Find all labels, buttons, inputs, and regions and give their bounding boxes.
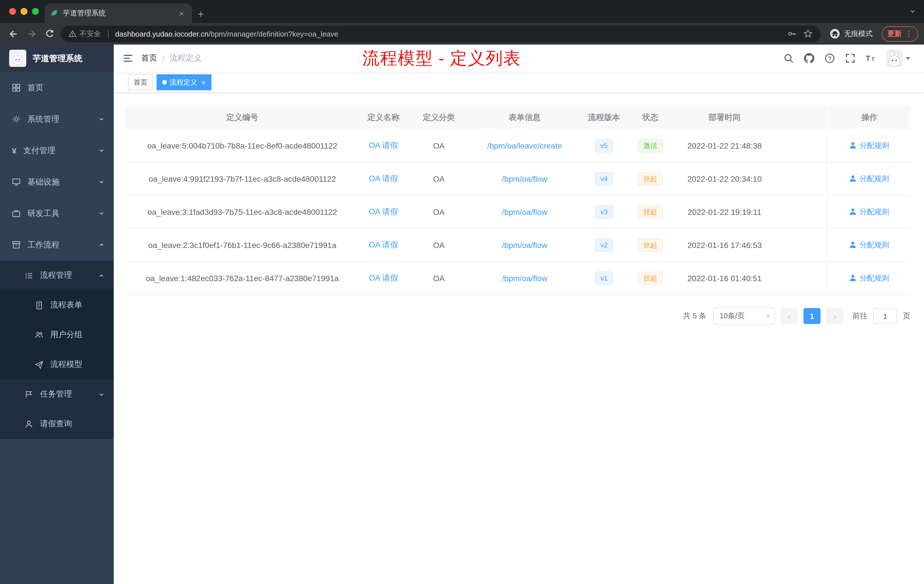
tab-search-chevron-icon[interactable] <box>909 8 916 15</box>
assign-rule-link[interactable]: 分配规则 <box>827 129 911 162</box>
assign-rule-label: 分配规则 <box>860 173 889 184</box>
logo-avatar <box>9 50 26 67</box>
deploy-time: 2022-01-16 01:40:51 <box>672 274 778 282</box>
status-tag: 挂起 <box>638 205 663 219</box>
avatar[interactable] <box>886 50 903 67</box>
tag-close-icon[interactable]: × <box>201 79 205 86</box>
chevron-up-icon <box>98 272 105 279</box>
form-link[interactable]: /bpm/oa/flow <box>470 174 579 183</box>
user-icon <box>849 241 856 249</box>
sidebar-item-home[interactable]: 首页 <box>0 72 114 104</box>
deploy-time: 2022-01-22 21:48:38 <box>672 141 778 150</box>
definition-id: oa_leave:5:004b710b-7b8a-11ec-8ef0-acde4… <box>125 141 360 150</box>
paper-plane-icon <box>35 360 43 369</box>
definition-id: oa_leave:2:3c1f0ef1-76b1-11ec-9c66-a2380… <box>125 240 360 249</box>
definition-category: OA <box>408 141 470 150</box>
goto-page-input[interactable] <box>873 308 897 324</box>
next-page-button[interactable]: › <box>826 308 843 324</box>
column-header: 表单信息 <box>470 112 579 122</box>
status-tag: 挂起 <box>638 238 663 252</box>
assign-rule-label: 分配规则 <box>860 240 889 250</box>
form-link[interactable]: /bpm/oa/flow <box>470 240 579 249</box>
column-header: 定义分类 <box>408 112 470 122</box>
status-tag: 挂起 <box>638 172 663 185</box>
sidebar-item-workflow[interactable]: 工作流程 <box>0 229 114 261</box>
browser-toolbar: 不安全 dashboard.yudao.iocoder.cn/bpm/manag… <box>0 23 924 45</box>
reload-button[interactable] <box>42 26 57 41</box>
sidebar-item-dev-tools[interactable]: 研发工具 <box>0 198 114 229</box>
sidebar-item-user-group[interactable]: 用户分组 <box>0 320 114 350</box>
form-link[interactable]: /bpm/oa/leave/create <box>470 141 579 150</box>
gear-icon <box>12 115 21 124</box>
close-window-button[interactable] <box>9 8 16 15</box>
forward-button[interactable] <box>24 26 39 41</box>
sidebar-item-process-model[interactable]: 流程模型 <box>0 350 114 379</box>
sidebar-item-payment[interactable]: ¥ 支付管理 <box>0 135 114 166</box>
user-icon <box>849 142 856 149</box>
tag-process-definition[interactable]: 流程定义 × <box>157 74 211 90</box>
sidebar-item-infrastructure[interactable]: 基础设施 <box>0 166 114 198</box>
bookmark-star-icon[interactable] <box>804 29 813 38</box>
browser-menu-icon[interactable]: ⋮ <box>905 30 912 38</box>
prev-page-button[interactable]: ‹ <box>780 308 798 324</box>
favicon <box>50 9 58 17</box>
sidebar-item-label: 请假查询 <box>40 419 72 429</box>
definition-category: OA <box>408 207 470 216</box>
sidebar-item-leave-query[interactable]: 请假查询 <box>0 409 114 439</box>
page-size-select[interactable]: 10条/页 ▾ <box>713 307 775 325</box>
avatar-caret-icon <box>906 57 910 60</box>
zoom-window-button[interactable] <box>32 8 39 15</box>
form-link[interactable]: /bpm/oa/flow <box>470 274 579 282</box>
form-link[interactable]: /bpm/oa/flow <box>470 207 579 216</box>
back-button[interactable] <box>6 26 21 41</box>
briefcase-icon <box>12 209 21 218</box>
definition-id: oa_leave:1:482ec033-762a-11ec-8477-a2380… <box>125 274 360 282</box>
version-tag: v2 <box>594 238 613 252</box>
security-warning[interactable]: 不安全 <box>69 29 101 39</box>
font-size-icon[interactable]: TT <box>865 53 876 64</box>
chrome-update-button[interactable]: 更新 ⋮ <box>882 26 918 41</box>
user-icon <box>849 208 856 215</box>
sidebar-item-label: 首页 <box>27 82 43 93</box>
definition-name-link[interactable]: OA 请假 <box>360 140 408 150</box>
definition-name-link[interactable]: OA 请假 <box>360 173 408 184</box>
address-bar[interactable]: 不安全 dashboard.yudao.iocoder.cn/bpm/manag… <box>61 25 820 42</box>
browser-tab[interactable]: 芋道管理系统 × <box>45 3 192 23</box>
new-tab-button[interactable]: + <box>198 9 204 20</box>
sidebar-item-system[interactable]: 系统管理 <box>0 104 114 135</box>
sidebar-item-task-management[interactable]: 任务管理 <box>0 379 114 409</box>
url-text: dashboard.yudao.iocoder.cn/bpm/manager/d… <box>115 30 783 38</box>
breadcrumb: 首页 / 流程定义 <box>141 53 202 63</box>
column-header: 定义编号 <box>125 112 360 122</box>
definition-name-link[interactable]: OA 请假 <box>360 206 408 217</box>
sidebar-item-process-management[interactable]: 流程管理 <box>0 261 114 290</box>
breadcrumb-home[interactable]: 首页 <box>141 53 157 63</box>
page-number-1[interactable]: 1 <box>804 308 820 324</box>
incognito-label: 无痕模式 <box>844 29 873 39</box>
breadcrumb-current: 流程定义 <box>170 53 202 63</box>
assign-rule-link[interactable]: 分配规则 <box>827 162 911 195</box>
select-caret-icon: ▾ <box>767 312 770 320</box>
fullscreen-icon[interactable] <box>845 53 856 64</box>
assign-rule-link[interactable]: 分配规则 <box>827 262 911 294</box>
hamburger-icon[interactable] <box>114 45 141 72</box>
sidebar-item-label: 任务管理 <box>40 389 72 399</box>
assign-rule-link[interactable]: 分配规则 <box>827 229 911 261</box>
definition-name-link[interactable]: OA 请假 <box>360 240 408 250</box>
search-icon[interactable] <box>783 53 794 64</box>
incognito-badge: 无痕模式 <box>830 28 873 39</box>
password-key-icon[interactable] <box>787 29 797 38</box>
tag-home[interactable]: 首页 <box>128 74 153 90</box>
svg-text:?: ? <box>828 55 832 61</box>
user-avatar-menu[interactable] <box>886 50 910 67</box>
assign-rule-link[interactable]: 分配规则 <box>827 195 911 228</box>
github-icon[interactable] <box>804 53 815 64</box>
help-icon[interactable]: ? <box>824 53 835 64</box>
sidebar-logo[interactable]: 芋道管理系统 <box>0 45 114 72</box>
minimize-window-button[interactable] <box>21 8 27 15</box>
sidebar-item-label: 用户分组 <box>50 330 82 340</box>
tab-close-icon[interactable]: × <box>177 8 186 18</box>
yen-icon: ¥ <box>12 146 16 155</box>
sidebar-item-process-form[interactable]: 流程表单 <box>0 290 114 320</box>
definition-name-link[interactable]: OA 请假 <box>360 273 408 283</box>
